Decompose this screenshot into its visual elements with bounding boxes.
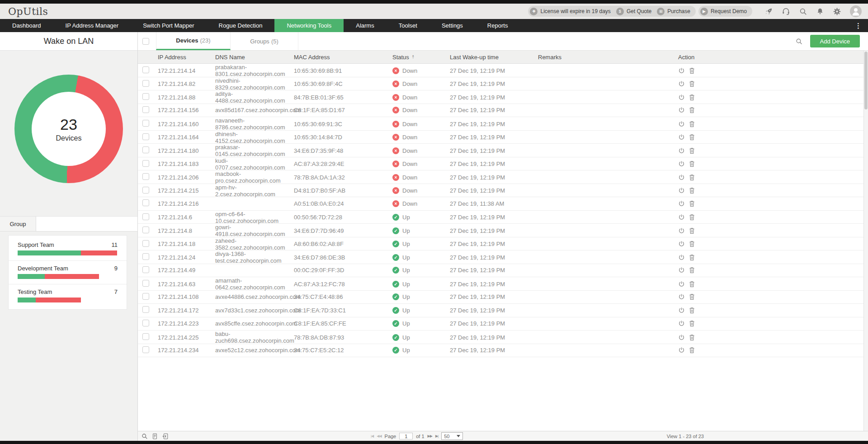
row-checkbox[interactable] bbox=[142, 160, 149, 167]
row-checkbox[interactable] bbox=[142, 293, 149, 300]
wake-power-icon[interactable] bbox=[678, 147, 685, 154]
row-checkbox[interactable] bbox=[142, 120, 149, 127]
nav-item-alarms[interactable]: Alarms bbox=[344, 19, 386, 32]
row-checkbox[interactable] bbox=[142, 199, 149, 206]
wake-power-icon[interactable] bbox=[678, 293, 685, 300]
delete-trash-icon[interactable] bbox=[689, 241, 695, 247]
delete-trash-icon[interactable] bbox=[689, 227, 695, 234]
last-page-button[interactable]: ▶| bbox=[435, 434, 438, 438]
delete-trash-icon[interactable] bbox=[689, 254, 695, 261]
nav-item-rogue-detection[interactable]: Rogue Detection bbox=[207, 19, 275, 32]
nav-item-settings[interactable]: Settings bbox=[429, 19, 475, 32]
wake-power-icon[interactable] bbox=[678, 67, 685, 74]
group-row[interactable]: Development Team9 bbox=[9, 260, 127, 284]
table-search-icon[interactable] bbox=[795, 38, 803, 45]
tab-devices[interactable]: Devices (23) bbox=[156, 32, 231, 50]
previous-page-button[interactable]: ◀◀ bbox=[377, 434, 381, 438]
delete-trash-icon[interactable] bbox=[689, 214, 695, 221]
row-checkbox[interactable] bbox=[142, 187, 149, 194]
footer-search-icon[interactable] bbox=[142, 433, 148, 439]
row-checkbox[interactable] bbox=[142, 133, 149, 140]
delete-trash-icon[interactable] bbox=[689, 267, 695, 274]
row-checkbox[interactable] bbox=[142, 306, 149, 313]
tab-groups[interactable]: Groups (5) bbox=[231, 32, 298, 50]
wake-power-icon[interactable] bbox=[678, 80, 685, 87]
wake-power-icon[interactable] bbox=[678, 134, 685, 141]
nav-item-dashboard[interactable]: Dashboard bbox=[0, 19, 53, 32]
nav-item-toolset[interactable]: Toolset bbox=[387, 19, 429, 32]
wake-power-icon[interactable] bbox=[678, 320, 685, 327]
group-row[interactable]: Testing Team7 bbox=[9, 284, 127, 307]
row-checkbox[interactable] bbox=[142, 227, 149, 233]
row-checkbox[interactable] bbox=[142, 253, 149, 260]
delete-trash-icon[interactable] bbox=[689, 174, 695, 181]
nav-overflow-menu[interactable]: ⋮ bbox=[849, 19, 868, 32]
row-checkbox[interactable] bbox=[142, 266, 149, 273]
wake-power-icon[interactable] bbox=[678, 174, 685, 181]
get-quote-link[interactable]: $ Get Quote bbox=[616, 8, 651, 15]
page-number-input[interactable] bbox=[399, 433, 413, 439]
delete-trash-icon[interactable] bbox=[689, 161, 695, 167]
delete-trash-icon[interactable] bbox=[689, 121, 695, 128]
settings-gear-icon[interactable] bbox=[833, 7, 841, 16]
delete-trash-icon[interactable] bbox=[689, 334, 695, 341]
request-demo-link[interactable]: ▶ Request Demo bbox=[698, 6, 752, 17]
delete-trash-icon[interactable] bbox=[689, 200, 695, 207]
delete-trash-icon[interactable] bbox=[689, 347, 695, 354]
delete-trash-icon[interactable] bbox=[689, 187, 695, 194]
wake-power-icon[interactable] bbox=[678, 267, 685, 274]
row-checkbox[interactable] bbox=[142, 80, 149, 87]
scrollbar-thumb[interactable] bbox=[864, 52, 868, 109]
wake-power-icon[interactable] bbox=[678, 94, 685, 101]
row-checkbox[interactable] bbox=[142, 213, 149, 220]
row-checkbox[interactable] bbox=[142, 320, 149, 326]
row-checkbox[interactable] bbox=[142, 280, 149, 287]
purchase-link[interactable]: ⊞ Purchase bbox=[657, 8, 690, 15]
nav-item-ip-address-manager[interactable]: IP Address Manager bbox=[53, 19, 131, 32]
delete-trash-icon[interactable] bbox=[689, 107, 695, 113]
row-checkbox[interactable] bbox=[142, 93, 149, 100]
row-checkbox[interactable] bbox=[142, 173, 149, 180]
global-search-icon[interactable] bbox=[799, 7, 807, 16]
user-avatar[interactable] bbox=[850, 5, 862, 17]
wake-power-icon[interactable] bbox=[678, 227, 685, 234]
nav-item-networking-tools[interactable]: Networking Tools bbox=[274, 19, 344, 32]
select-all-checkbox[interactable] bbox=[142, 38, 149, 45]
tab-group[interactable]: Group bbox=[0, 217, 36, 231]
col-status-sortable[interactable]: Status ▲▼ bbox=[392, 54, 450, 61]
delete-trash-icon[interactable] bbox=[689, 293, 695, 300]
wake-power-icon[interactable] bbox=[678, 347, 685, 354]
row-checkbox[interactable] bbox=[142, 333, 149, 340]
nav-item-reports[interactable]: Reports bbox=[475, 19, 520, 32]
next-page-button[interactable]: ▶▶ bbox=[428, 434, 432, 438]
row-checkbox[interactable] bbox=[142, 346, 149, 353]
wake-power-icon[interactable] bbox=[678, 281, 685, 288]
row-checkbox[interactable] bbox=[142, 66, 149, 73]
vertical-scrollbar[interactable] bbox=[863, 51, 868, 431]
add-device-button[interactable]: Add Device bbox=[810, 35, 860, 47]
wake-power-icon[interactable] bbox=[678, 214, 685, 221]
row-checkbox[interactable] bbox=[142, 240, 149, 247]
rocket-icon[interactable] bbox=[764, 7, 773, 16]
wake-power-icon[interactable] bbox=[678, 121, 685, 128]
delete-trash-icon[interactable] bbox=[689, 320, 695, 327]
delete-trash-icon[interactable] bbox=[689, 134, 695, 141]
group-row[interactable]: Support Team11 bbox=[9, 237, 127, 260]
delete-trash-icon[interactable] bbox=[689, 147, 695, 154]
first-page-button[interactable]: |◀ bbox=[371, 434, 373, 438]
wake-power-icon[interactable] bbox=[678, 254, 685, 261]
delete-trash-icon[interactable] bbox=[689, 307, 695, 314]
row-checkbox[interactable] bbox=[142, 106, 149, 113]
nav-item-switch-port-mapper[interactable]: Switch Port Mapper bbox=[131, 19, 206, 32]
notifications-bell-icon[interactable] bbox=[816, 7, 824, 15]
row-checkbox[interactable] bbox=[142, 146, 149, 153]
delete-trash-icon[interactable] bbox=[689, 80, 695, 87]
export-excel-icon[interactable] bbox=[162, 433, 169, 439]
wake-power-icon[interactable] bbox=[678, 187, 685, 194]
wake-power-icon[interactable] bbox=[678, 107, 685, 113]
wake-power-icon[interactable] bbox=[678, 200, 685, 207]
page-size-select[interactable]: 50 bbox=[441, 432, 463, 440]
wake-power-icon[interactable] bbox=[678, 161, 685, 167]
support-headset-icon[interactable] bbox=[782, 7, 790, 16]
delete-trash-icon[interactable] bbox=[689, 281, 695, 288]
